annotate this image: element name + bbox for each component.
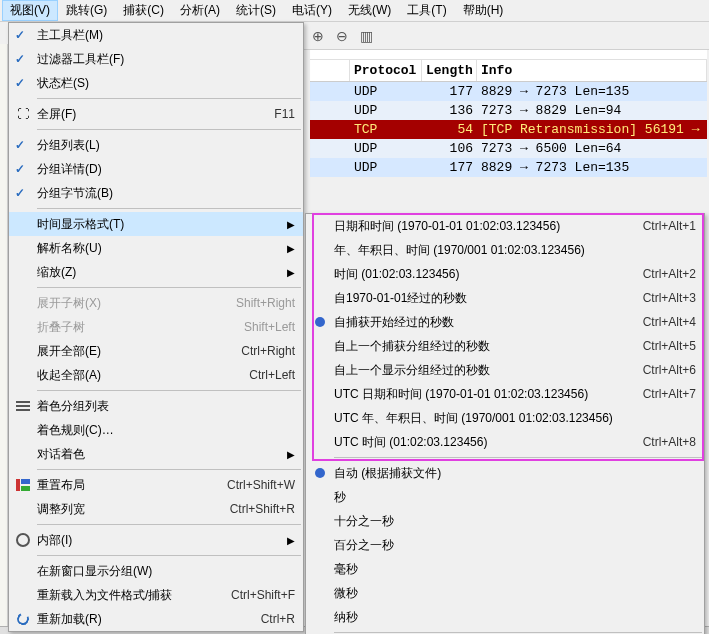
menu-statistics[interactable]: 统计(S) [228, 0, 284, 21]
submenu-arrow-icon: ▶ [287, 243, 295, 254]
cell-info: [TCP Retransmission] 56191 → 443 [477, 122, 707, 137]
packet-list[interactable]: Protocol Length Info UDP1778829 → 7273 L… [310, 50, 707, 177]
mi-filter-toolbar[interactable]: ✓过滤器工具栏(F) [9, 47, 303, 71]
menu-analyze[interactable]: 分析(A) [172, 0, 228, 21]
cell-length: 106 [422, 141, 477, 156]
tm-year-doy[interactable]: 年、年积日、时间 (1970/001 01:02:03.123456) [306, 238, 704, 262]
mi-resize-cols[interactable]: 调整列宽Ctrl+Shift+R [9, 497, 303, 521]
radio-selected-icon [312, 465, 328, 481]
check-icon: ✓ [15, 186, 25, 200]
submenu-arrow-icon: ▶ [287, 219, 295, 230]
col-length[interactable]: Length [422, 60, 477, 81]
check-icon: ✓ [15, 138, 25, 152]
zoom-in-icon[interactable]: ⊕ [310, 28, 326, 44]
menu-capture[interactable]: 捕获(C) [115, 0, 172, 21]
menu-telephony[interactable]: 电话(Y) [284, 0, 340, 21]
cell-protocol: TCP [350, 122, 422, 137]
tm-milliseconds[interactable]: 毫秒 [306, 557, 704, 581]
mi-status-bar[interactable]: ✓状态栏(S) [9, 71, 303, 95]
menu-tools[interactable]: 工具(T) [399, 0, 454, 21]
tm-utc-year-doy[interactable]: UTC 年、年积日、时间 (1970/001 01:02:03.123456) [306, 406, 704, 430]
cell-length: 54 [422, 122, 477, 137]
check-icon: ✓ [15, 28, 25, 42]
mi-collapse-subtree: 折叠子树Shift+Left [9, 315, 303, 339]
menu-view[interactable]: 视图(V) [2, 0, 58, 21]
tm-microseconds[interactable]: 微秒 [306, 581, 704, 605]
tm-since-prev-disp[interactable]: 自上一个显示分组经过的秒数Ctrl+Alt+6 [306, 358, 704, 382]
packet-row[interactable]: TCP54[TCP Retransmission] 56191 → 443 [310, 120, 707, 139]
mi-reload[interactable]: 重新加载(R)Ctrl+R [9, 607, 303, 631]
menu-separator [37, 469, 301, 470]
mi-packet-bytes[interactable]: ✓分组字节流(B) [9, 181, 303, 205]
tm-utc-date-time[interactable]: UTC 日期和时间 (1970-01-01 01:02:03.123456)Ct… [306, 382, 704, 406]
colorize-icon [15, 398, 31, 414]
menu-separator [37, 98, 301, 99]
menu-separator [37, 555, 301, 556]
cell-length: 177 [422, 160, 477, 175]
tm-seconds[interactable]: 秒 [306, 485, 704, 509]
tm-since-prev-cap[interactable]: 自上一个捕获分组经过的秒数Ctrl+Alt+5 [306, 334, 704, 358]
menubar: 视图(V) 跳转(G) 捕获(C) 分析(A) 统计(S) 电话(Y) 无线(W… [0, 0, 709, 22]
cell-info: 8829 → 7273 Len=135 [477, 160, 707, 175]
mi-expand-subtree: 展开子树(X)Shift+Right [9, 291, 303, 315]
mi-reload-as[interactable]: 重新载入为文件格式/捕获Ctrl+Shift+F [9, 583, 303, 607]
mi-packet-list[interactable]: ✓分组列表(L) [9, 133, 303, 157]
cell-protocol: UDP [350, 84, 422, 99]
mi-zoom[interactable]: 缩放(Z)▶ [9, 260, 303, 284]
submenu-arrow-icon: ▶ [287, 535, 295, 546]
packet-row[interactable]: UDP1067273 → 6500 Len=64 [310, 139, 707, 158]
menu-goto[interactable]: 跳转(G) [58, 0, 115, 21]
menu-separator [37, 129, 301, 130]
tm-time[interactable]: 时间 (01:02:03.123456)Ctrl+Alt+2 [306, 262, 704, 286]
packet-row[interactable]: UDP1778829 → 7273 Len=135 [310, 158, 707, 177]
tm-deciseconds[interactable]: 十分之一秒 [306, 509, 704, 533]
mi-expand-all[interactable]: 展开全部(E)Ctrl+Right [9, 339, 303, 363]
mi-time-format[interactable]: 时间显示格式(T)▶ [9, 212, 303, 236]
cell-protocol: UDP [350, 160, 422, 175]
submenu-arrow-icon: ▶ [287, 449, 295, 460]
zoom-out-icon[interactable]: ⊖ [334, 28, 350, 44]
menu-separator [37, 287, 301, 288]
tm-auto[interactable]: 自动 (根据捕获文件) [306, 461, 704, 485]
mi-main-toolbar[interactable]: ✓主工具栏(M) [9, 23, 303, 47]
menu-help[interactable]: 帮助(H) [455, 0, 512, 21]
view-dropdown: ✓主工具栏(M) ✓过滤器工具栏(F) ✓状态栏(S) ⛶全屏(F)F11 ✓分… [8, 22, 304, 632]
col-protocol[interactable]: Protocol [350, 60, 422, 81]
packet-row[interactable]: UDP1367273 → 8829 Len=94 [310, 101, 707, 120]
menu-separator [37, 208, 301, 209]
tm-date-time[interactable]: 日期和时间 (1970-01-01 01:02:03.123456)Ctrl+A… [306, 214, 704, 238]
packet-row[interactable]: UDP1778829 → 7273 Len=135 [310, 82, 707, 101]
left-gutter [0, 44, 8, 634]
radio-selected-icon [312, 314, 328, 330]
fullscreen-icon: ⛶ [15, 106, 31, 122]
tm-centiseconds[interactable]: 百分之一秒 [306, 533, 704, 557]
submenu-arrow-icon: ▶ [287, 267, 295, 278]
menu-separator [37, 390, 301, 391]
mi-show-new-window[interactable]: 在新窗口显示分组(W) [9, 559, 303, 583]
mi-conversation-color[interactable]: 对话着色▶ [9, 442, 303, 466]
mi-fullscreen[interactable]: ⛶全屏(F)F11 [9, 102, 303, 126]
tm-utc-time[interactable]: UTC 时间 (01:02:03.123456)Ctrl+Alt+8 [306, 430, 704, 454]
cell-info: 7273 → 8829 Len=94 [477, 103, 707, 118]
time-format-submenu: 日期和时间 (1970-01-01 01:02:03.123456)Ctrl+A… [305, 213, 705, 634]
zoom-reset-icon[interactable]: ▥ [358, 28, 374, 44]
mi-collapse-all[interactable]: 收起全部(A)Ctrl+Left [9, 363, 303, 387]
mi-resolve-names[interactable]: 解析名称(U)▶ [9, 236, 303, 260]
mi-internals[interactable]: 内部(I)▶ [9, 528, 303, 552]
tm-nanoseconds[interactable]: 纳秒 [306, 605, 704, 629]
cell-info: 7273 → 6500 Len=64 [477, 141, 707, 156]
mi-reset-layout[interactable]: 重置布局Ctrl+Shift+W [9, 473, 303, 497]
tm-since-capture[interactable]: 自捕获开始经过的秒数Ctrl+Alt+4 [306, 310, 704, 334]
menu-separator [37, 524, 301, 525]
gear-icon [15, 532, 31, 548]
check-icon: ✓ [15, 162, 25, 176]
menu-wireless[interactable]: 无线(W) [340, 0, 399, 21]
menu-separator [334, 632, 702, 633]
col-info[interactable]: Info [477, 60, 707, 81]
tm-since-epoch[interactable]: 自1970-01-01经过的秒数Ctrl+Alt+3 [306, 286, 704, 310]
check-icon: ✓ [15, 76, 25, 90]
mi-colorize-list[interactable]: 着色分组列表 [9, 394, 303, 418]
check-icon: ✓ [15, 52, 25, 66]
mi-packet-details[interactable]: ✓分组详情(D) [9, 157, 303, 181]
mi-coloring-rules[interactable]: 着色规则(C)… [9, 418, 303, 442]
